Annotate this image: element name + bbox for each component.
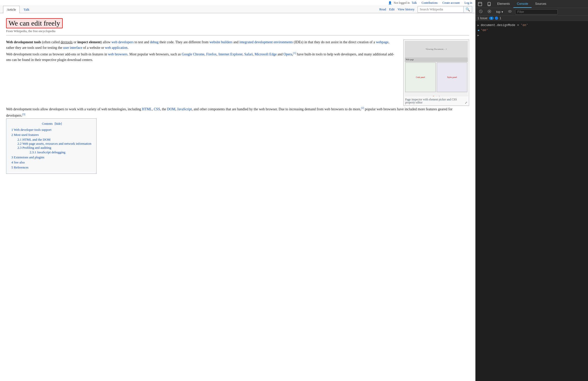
search-input[interactable] [418,6,463,12]
ref-1[interactable]: [1] [293,52,296,54]
tag-trail-label: Tag trail [433,96,440,96]
edge-link[interactable]: Microsoft Edge [254,52,276,56]
svg-rect-8 [489,11,490,12]
device-icon-btn[interactable] [485,0,494,8]
article-text: Web development tools (often called devt… [6,39,398,106]
ui-link[interactable]: user interface [63,46,82,50]
article-paragraph-2: Web development tools come as browser ad… [6,51,398,63]
styles-panel-label: Styles panel [447,76,457,78]
image-caption: Page inspector with element picker and C… [405,97,468,104]
contents-link-5[interactable]: 5 References [11,165,29,169]
code-obj: document.designMode [481,24,515,27]
console-line-1: ▶ document.designMode = 'on' [475,23,588,28]
console-arrow-3[interactable]: ▶ [477,34,479,37]
devtools-link[interactable]: devtools [61,40,73,44]
dom-link[interactable]: DOM [167,107,176,111]
eye-btn[interactable] [507,9,513,14]
wikipedia-panel: 👤 Not logged in Talk · Contributions · C… [0,0,475,381]
chrome-link[interactable]: Google Chrome [182,52,204,56]
nav-actions: Read Edit View history 🔍 [379,6,472,13]
webpage-link[interactable]: webpage [376,40,388,44]
console-line-2: ◀ 'on' [475,28,588,33]
devtools-toolbar: top ▾ [475,8,588,16]
ref-2[interactable]: [2] [361,107,364,109]
create-account-link[interactable]: Create account [442,1,460,4]
image-placeholder: Viewing Document... × Web-page Code pane… [405,41,468,96]
tab-article[interactable]: Article [3,6,20,13]
tab-elements[interactable]: Elements [494,0,513,8]
page-title: We can edit freely [9,19,60,27]
ref-3[interactable]: [3] [22,113,25,116]
ide-link[interactable]: integrated development environments [239,40,293,44]
action-read[interactable]: Read [379,7,386,11]
safari-link[interactable]: Safari [244,52,253,56]
filter-input[interactable] [515,9,558,14]
contents-link-2-3-1[interactable]: 2.3.1 JavaScript debugging [30,150,66,154]
context-label: top [496,10,500,14]
tab-console[interactable]: Console [513,0,532,8]
article-layout: Web development tools (often called devt… [6,39,469,106]
inspect-icon-btn[interactable] [475,0,485,8]
js-link[interactable]: JavaScript [177,107,192,111]
article-paragraph-3: Web development tools allow developers t… [6,106,469,118]
opera-link[interactable]: Opera [284,52,292,56]
img-panels: Code panel Styles panel [405,62,468,93]
devtools-tabs: Elements Console Sources [475,0,588,8]
clear-console-btn[interactable] [477,9,484,14]
page-tabs: Article Talk [3,6,33,13]
search-button[interactable]: 🔍 [463,6,472,12]
contributions-link[interactable]: Contributions [422,1,438,4]
image-expand-icon[interactable]: ⤢ [465,101,467,104]
console-output-val: 'on' [481,29,488,32]
tab-sources[interactable]: Sources [532,0,550,8]
ie-link[interactable]: Internet Explorer [219,52,243,56]
svg-point-4 [489,5,489,6]
contents-sub: 2.1 HTML and the DOM 2.2 Web page assets… [17,138,91,154]
list-item: 1 Web developer tools support [11,128,91,132]
img-code-panel: Code panel [405,62,436,92]
contents-hide-btn[interactable]: [hide] [55,122,62,125]
list-item: 2.3.1 JavaScript debugging [30,150,91,154]
wiki-content: We can edit freely From Wikipedia, the f… [0,13,475,381]
search-box: 🔍 [418,6,472,13]
web-browsers-link[interactable]: web browsers [108,52,127,56]
img-tag-trail: Tag trail [405,93,468,96]
contents-link-2[interactable]: 2 Most used features [11,133,39,137]
action-view-history[interactable]: View history [398,7,415,11]
svg-point-10 [509,11,510,12]
list-item: 5 References [11,165,91,170]
console-arrow-1[interactable]: ▶ [477,24,479,27]
debug-link[interactable]: debug [150,40,159,44]
action-edit[interactable]: Edit [389,7,395,11]
log-in-link[interactable]: Log in [465,1,472,4]
contents-link-2-3[interactable]: 2.3 Profiling and auditing [17,146,51,150]
issue-bar: 1 Issue: 1 🔵 1 [475,16,588,21]
svg-line-6 [480,11,482,12]
issue-count-text: 1 [499,16,501,20]
website-builders-link[interactable]: website builders [209,40,232,44]
contents-link-2-1[interactable]: 2.1 HTML and the DOM [17,138,51,141]
devtools-panel: Elements Console Sources top ▾ [475,0,588,381]
contents-subsub: 2.3.1 JavaScript debugging [30,150,91,154]
contents-title: Contents [hide] [11,122,91,126]
issue-label: 1 Issue: [477,16,488,20]
css-link[interactable]: CSS [154,107,160,111]
html-link[interactable]: HTML [142,107,152,111]
context-dropdown[interactable]: top ▾ [495,10,505,14]
from-wikipedia: From Wikipedia, the free encyclopedia [6,29,469,35]
talk-link[interactable]: Talk [412,1,417,4]
contents-link-1[interactable]: 1 Web developer tools support [11,128,51,132]
contents-list: 1 Web developer tools support 2 Most use… [11,128,91,170]
firefox-link[interactable]: Firefox [206,52,216,56]
contents-link-2-2[interactable]: 2.2 Web page assets, resources and netwo… [17,142,91,145]
list-item: 4 See also [11,160,91,164]
contents-link-3[interactable]: 3 Extensions and plugins [11,155,44,159]
issue-icon: 🔵 [495,16,498,20]
web-app-link[interactable]: web application [105,46,127,50]
list-item: 3 Extensions and plugins [11,155,91,159]
console-arrow-2[interactable]: ◀ [477,29,479,32]
tab-talk[interactable]: Talk [20,6,33,13]
web-developers-link[interactable]: web developers [112,40,134,44]
contents-link-4[interactable]: 4 See also [11,160,25,164]
stop-btn[interactable] [486,9,493,14]
